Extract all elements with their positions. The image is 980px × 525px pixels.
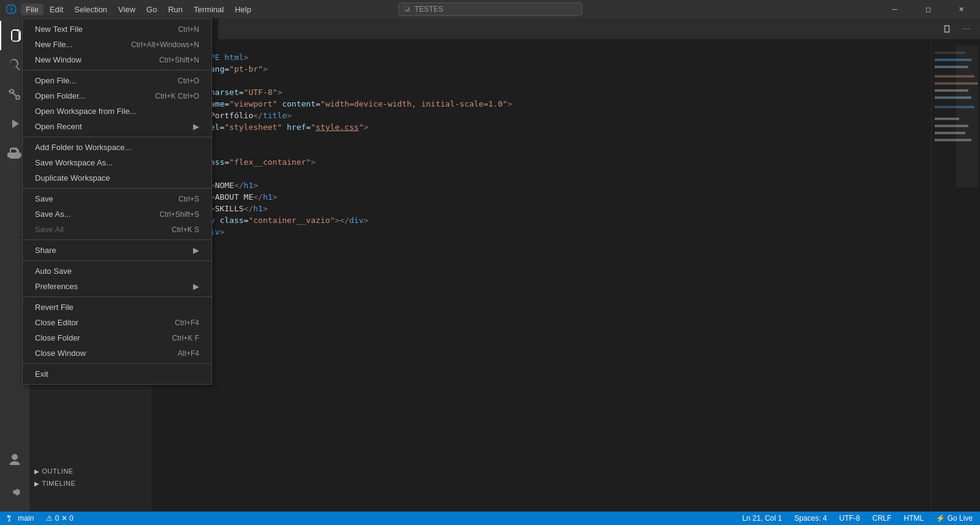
menu-run[interactable]: Run [163,4,188,15]
status-bar-right: Ln 21, Col 1 Spaces: 4 UTF-8 CRLF HTML ⚡… [740,514,975,523]
editor-actions [938,18,980,39]
status-line-ending[interactable]: CRLF [870,514,894,523]
status-git-branch[interactable]: main [5,514,36,523]
menu-item-auto-save[interactable]: Auto Save [23,263,211,279]
activity-account[interactable] [0,445,29,475]
minimize-button[interactable]: ─ [881,0,909,18]
app-logo [5,3,17,15]
menu-item-share[interactable]: Share ▶ [23,243,211,258]
editor-area: # style.css ✕ [152,18,980,512]
code-line: <h1>NOME</h1> [152,179,931,191]
menu-item-open-recent[interactable]: Open Recent ▶ [23,119,211,134]
code-line: </div> [152,226,931,238]
menu-item-label: Close Folder [35,333,80,342]
svg-rect-13 [956,46,978,187]
menu-divider [23,240,211,240]
status-encoding[interactable]: UTF-8 [837,514,862,523]
titlebar: File Edit Selection View Go Run Terminal… [0,0,980,18]
menu-item-new-file[interactable]: New File... Ctrl+Alt+Windows+N [23,37,211,52]
menu-item-new-window[interactable]: New Window Ctrl+Shift+N [23,52,211,67]
timeline-header[interactable]: ▶ TIMELINE [29,477,151,489]
menu-go[interactable]: Go [142,4,162,15]
menu-item-save[interactable]: Save Ctrl+S [23,191,211,206]
activity-bar-bottom [0,445,29,512]
menu-item-label: Save As... [35,210,71,219]
menu-item-shortcut: Ctrl+K S [172,225,199,234]
menu-item-label: Duplicate Workspace [35,173,110,183]
code-line: <meta charset="UTF-8"> [152,86,931,98]
git-branch-label: main [18,514,34,523]
more-actions-icon[interactable] [958,20,975,37]
status-spaces[interactable]: Spaces: 4 [792,514,829,523]
menu-file[interactable]: File [21,4,44,15]
outline-header[interactable]: ▶ OUTLINE [29,465,151,477]
menu-item-open-folder[interactable]: Open Folder... Ctrl+K Ctrl+O [23,88,211,104]
menu-item-shortcut: Ctrl+Alt+Windows+N [131,40,199,49]
menu-item-save-workspace[interactable]: Save Workspace As... [23,155,211,170]
code-line: <!DOCTYPE html> [152,51,931,63]
menu-item-shortcut: Alt+F4 [178,349,199,358]
menu-divider [23,260,211,261]
code-line: ... [152,40,931,51]
menu-item-close-window[interactable]: Close Window Alt+F4 [23,346,211,361]
menu-item-label: Save Workspace As... [35,158,113,167]
status-errors[interactable]: ⚠ 0 ✕ 0 [44,514,75,523]
menu-divider [23,363,211,364]
code-line: <div class="flex__container"> [152,156,931,168]
menu-divider [23,137,211,137]
menu-item-label: Close Window [35,349,86,358]
menu-item-label: Save [35,194,53,203]
menu-item-open-file[interactable]: Open File... Ctrl+O [23,73,211,88]
close-button[interactable]: ✕ [947,0,975,18]
split-editor-icon[interactable] [938,20,955,37]
menu-item-shortcut: Ctrl+K F [172,334,199,342]
menu-item-exit[interactable]: Exit [23,366,211,382]
code-line: <meta name="viewport" content="width=dev… [152,98,931,110]
menu-divider [23,70,211,70]
menu-item-label: Revert File [35,303,74,312]
menu-arrow-icon: ▶ [193,122,199,131]
menu-divider [23,296,211,297]
code-line: <h1>ABOUT ME</h1> [152,191,931,203]
menu-item-close-folder[interactable]: Close Folder Ctrl+K F [23,330,211,346]
menu-item-label: Preferences [35,282,78,291]
menu-item-revert-file[interactable]: Revert File [23,300,211,315]
menu-item-label: New File... [35,40,72,49]
menu-item-label: Close Editor [35,318,78,327]
status-go-live[interactable]: ⚡ Go Live [933,514,975,523]
menu-item-save-all: Save All Ctrl+K S [23,222,211,237]
restore-button[interactable]: ◻ [914,0,942,18]
title-search[interactable]: TESTES [398,2,582,16]
menu-item-shortcut: Ctrl+F4 [175,319,199,327]
menu-item-label: Open Folder... [35,91,85,100]
errors-label: ⚠ 0 ✕ 0 [46,514,73,523]
code-line [152,145,931,156]
status-language[interactable]: HTML [902,514,927,523]
menu-edit[interactable]: Edit [45,4,68,15]
menu-help[interactable]: Help [230,4,256,15]
code-editor[interactable]: ... <!DOCTYPE html> <html lang="pt-br"> … [152,40,931,512]
menu-item-label: Exit [35,369,48,379]
menu-item-new-text-file[interactable]: New Text File Ctrl+N [23,21,211,37]
menu-item-duplicate-workspace[interactable]: Duplicate Workspace [23,170,211,186]
menu-arrow-icon: ▶ [193,282,199,291]
activity-settings[interactable] [0,477,29,507]
menu-item-shortcut: Ctrl+N [178,25,199,34]
menu-item-label: New Window [35,55,82,64]
menu-selection[interactable]: Selection [69,4,112,15]
menu-item-save-as[interactable]: Save As... Ctrl+Shift+S [23,206,211,222]
menu-item-add-folder[interactable]: Add Folder to Workspace... [23,140,211,155]
code-line: <div class="container__vazio"></div> [152,214,931,226]
menu-terminal[interactable]: Terminal [189,4,229,15]
file-menu-dropdown: New Text File Ctrl+N New File... Ctrl+Al… [22,18,212,385]
menu-item-open-workspace[interactable]: Open Workspace from File... [23,104,211,119]
menu-item-close-editor[interactable]: Close Editor Ctrl+F4 [23,315,211,330]
menu-item-preferences[interactable]: Preferences ▶ [23,279,211,294]
menu-view[interactable]: View [113,4,140,15]
window-controls: ─ ◻ ✕ [881,0,975,18]
menu-item-label: Auto Save [35,266,72,276]
code-line: <h1>SKILLS</h1> [152,203,931,214]
menu-item-shortcut: Ctrl+K Ctrl+O [155,92,199,100]
outline-label: OUTLINE [42,467,74,475]
status-position[interactable]: Ln 21, Col 1 [740,514,784,523]
